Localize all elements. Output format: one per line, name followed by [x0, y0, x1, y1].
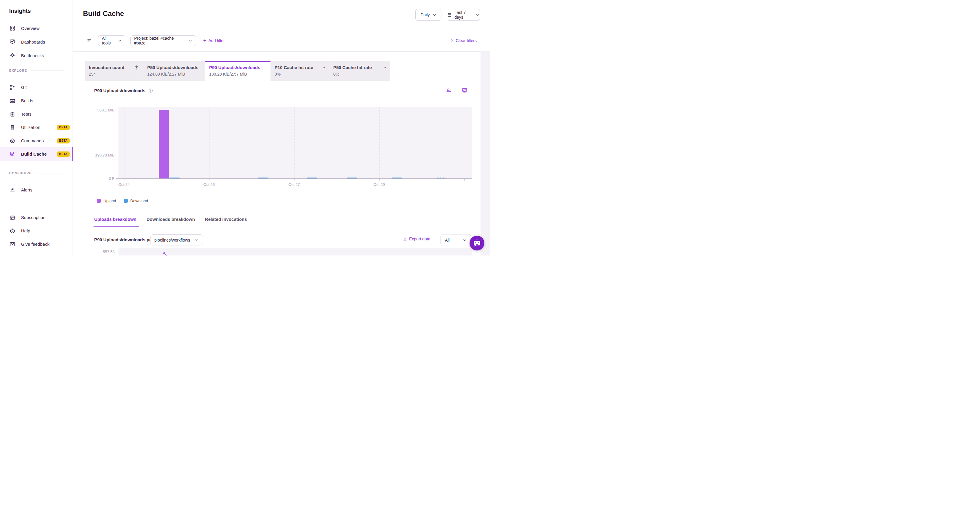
- tools-filter-dropdown[interactable]: All tools: [98, 35, 125, 46]
- sidebar-section-explore: EXPLORE: [9, 67, 64, 74]
- project-filter-value: Project: bazel #cache #bazel: [134, 36, 186, 45]
- tools-filter-value: All tools: [102, 36, 115, 45]
- plus-icon: +: [203, 38, 207, 43]
- beta-badge: BETA: [57, 151, 70, 157]
- sidebar-item-label: Bottlenecks: [21, 53, 44, 58]
- chart-bar-upload[interactable]: [159, 110, 169, 178]
- metric-tab-value: 130.28 KiB/2.57 MiB: [209, 72, 266, 76]
- grid-line: [124, 107, 124, 178]
- upload-swatch: [97, 199, 101, 203]
- uploads-downloads-chart[interactable]: Oct 24Oct 26Oct 27Oct 29560.1 MiB190.73 …: [118, 107, 472, 179]
- app-root: Insights Overview Dashboards Bottlenecks…: [0, 0, 490, 256]
- metric-tabs: Invocation count 294 P50 Uploads/downloa…: [85, 61, 390, 81]
- sidebar-item-label: Utilization: [21, 125, 40, 130]
- legend-item-download[interactable]: Download: [124, 199, 148, 203]
- builds-icon: [10, 98, 15, 104]
- y-axis-tick: [116, 178, 118, 179]
- metric-tab-p10-cache-hit[interactable]: P10 Cache hit rate 0%: [270, 61, 329, 81]
- metric-tab-p90-uploads[interactable]: P90 Uploads/downloads 130.28 KiB/2.57 Mi…: [205, 61, 270, 81]
- tab-downloads-breakdown[interactable]: Downloads breakdown: [146, 216, 195, 227]
- close-icon: ×: [450, 38, 453, 43]
- sidebar-item-help[interactable]: Help: [0, 224, 73, 237]
- legend-item-upload[interactable]: Upload: [97, 199, 116, 203]
- sidebar-item-utilization[interactable]: Utilization BETA: [0, 121, 73, 134]
- tab-uploads-breakdown[interactable]: Uploads breakdown: [94, 216, 137, 227]
- chart-actions: [446, 88, 468, 93]
- sidebar-item-give-feedback[interactable]: Give feedback: [0, 237, 73, 251]
- arrow-up-dashed-icon: [135, 65, 138, 70]
- chart-bar-download[interactable]: [258, 178, 269, 178]
- sidebar-item-build-cache[interactable]: Build Cache BETA: [0, 147, 73, 161]
- breakdown-line-series: [118, 248, 472, 256]
- question-circle-icon: [10, 228, 15, 234]
- sidebar-nav-explore: Git Builds Tests Utilization BETA: [0, 81, 73, 161]
- export-data-button[interactable]: Export data: [402, 237, 430, 241]
- beta-badge: BETA: [57, 125, 70, 130]
- monitor-chart-icon: [10, 39, 15, 45]
- chart-bar-download[interactable]: [347, 178, 357, 178]
- metric-tab-invocation-count[interactable]: Invocation count 294: [85, 61, 143, 81]
- sidebar-item-overview[interactable]: Overview: [0, 21, 73, 35]
- sidebar-item-label: Commands: [21, 138, 44, 143]
- chart-bar-download-partial[interactable]: [437, 178, 446, 178]
- create-alert-icon[interactable]: [446, 88, 452, 93]
- page-header: Build Cache Daily Last 7 days: [73, 0, 490, 30]
- metric-tab-value: 294: [89, 72, 138, 76]
- scope-dropdown[interactable]: All: [441, 234, 471, 246]
- sidebar-item-label: Tests: [21, 111, 32, 116]
- target-icon: [10, 138, 15, 144]
- x-axis-label: Oct 27: [288, 182, 300, 187]
- stacked-disks-icon: [10, 124, 15, 131]
- sidebar-item-dashboards[interactable]: Dashboards: [0, 35, 73, 49]
- sidebar-item-subscription[interactable]: Subscription: [0, 211, 73, 224]
- sidebar-item-bottlenecks[interactable]: Bottlenecks: [0, 49, 73, 62]
- chart-bar-download[interactable]: [391, 178, 402, 178]
- sidebar-item-git[interactable]: Git: [0, 81, 73, 94]
- sidebar-item-label: Give feedback: [21, 242, 49, 247]
- breakdown-tabs: Uploads breakdown Downloads breakdown Re…: [94, 216, 469, 227]
- project-filter-dropdown[interactable]: Project: bazel #cache #bazel: [130, 35, 196, 46]
- sidebar-title: Insights: [9, 8, 73, 14]
- breakdown-dimension-value: pipelines/workflows: [154, 238, 190, 242]
- info-icon[interactable]: [148, 88, 153, 93]
- chart-legend: Upload Download: [97, 199, 148, 203]
- status-dot: [323, 67, 325, 68]
- granularity-value: Daily: [420, 13, 430, 17]
- metric-tab-p50-uploads[interactable]: P50 Uploads/downloads 124.89 KiB/2.27 Mi…: [143, 61, 205, 81]
- tab-related-invocations[interactable]: Related invocations: [205, 216, 247, 227]
- date-range-value: Last 7 days: [455, 10, 473, 19]
- add-to-dashboard-icon[interactable]: [461, 88, 468, 93]
- breakdown-dimension-dropdown[interactable]: pipelines/workflows: [150, 234, 203, 245]
- breakdown-chart-partial[interactable]: 557.53: [118, 248, 472, 256]
- sidebar-section-configure: CONFIGURE: [9, 170, 64, 177]
- sidebar-item-label: Overview: [21, 26, 40, 31]
- chevron-down-icon: [476, 13, 480, 17]
- y-axis-label: 190.73 MiB: [95, 153, 115, 158]
- metric-tab-p50-cache-hit[interactable]: P50 Cache hit rate 0%: [329, 61, 390, 81]
- page-gutter: [480, 51, 490, 256]
- sidebar-item-label: Build Cache: [21, 151, 47, 156]
- sidebar-item-builds[interactable]: Builds: [0, 94, 73, 107]
- metric-tab-label: P90 Uploads/downloads: [209, 65, 260, 70]
- chart-bar-download[interactable]: [169, 178, 180, 178]
- sidebar-footer: Subscription Help Give feedback: [0, 208, 73, 256]
- clipboard-icon: [10, 111, 15, 117]
- main-area: Build Cache Daily Last 7 days All tools …: [73, 0, 490, 256]
- y-axis-tick: [116, 252, 118, 252]
- clear-filters-button[interactable]: × Clear filters: [450, 38, 477, 43]
- filter-icon: [87, 38, 92, 44]
- chart-bar-download[interactable]: [307, 178, 317, 178]
- chat-widget-button[interactable]: [469, 236, 484, 250]
- x-axis-tick: [464, 179, 465, 180]
- date-range-dropdown[interactable]: Last 7 days: [447, 9, 480, 21]
- legend-label: Download: [130, 199, 148, 203]
- chevron-down-icon: [463, 238, 466, 242]
- beta-badge: BETA: [57, 138, 70, 143]
- sidebar-item-alerts[interactable]: Alerts: [0, 183, 73, 196]
- sidebar-item-commands[interactable]: Commands BETA: [0, 134, 73, 147]
- chart-title: P90 Uploads/downloads: [94, 88, 145, 93]
- metric-tab-label: Invocation count: [89, 65, 124, 70]
- sidebar-item-tests[interactable]: Tests: [0, 107, 73, 121]
- granularity-dropdown[interactable]: Daily: [415, 9, 441, 21]
- add-filter-button[interactable]: + Add filter: [203, 38, 225, 43]
